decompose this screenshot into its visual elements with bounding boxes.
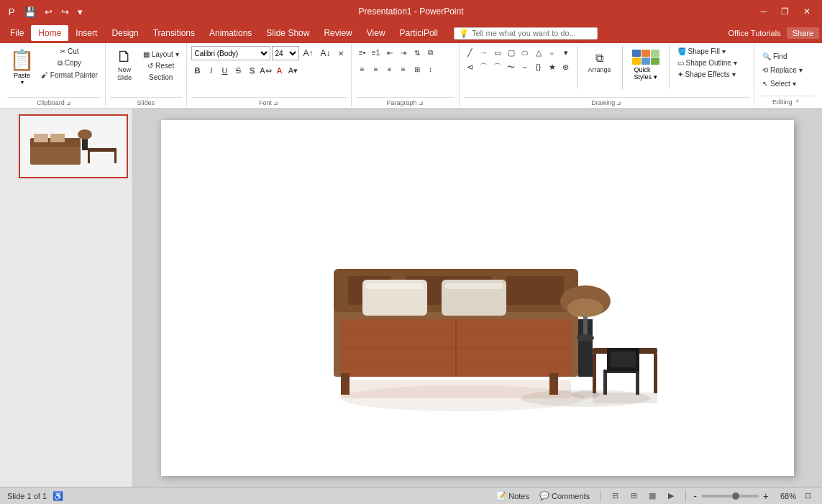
quick-styles-button[interactable]: QuickStyles ▾ xyxy=(627,46,665,84)
text-direction-button[interactable]: ⇅ xyxy=(411,46,424,59)
replace-button[interactable]: ⟲ Replace ▾ xyxy=(759,64,806,76)
select-dropdown[interactable]: ▾ xyxy=(793,80,796,88)
shape-arrow-button[interactable]: → xyxy=(478,46,490,59)
find-button[interactable]: 🔍 Find xyxy=(759,50,790,63)
redo-button[interactable]: ↪ xyxy=(58,5,72,19)
shape-oval-button[interactable]: ⬭ xyxy=(519,46,531,59)
shape-extra-button[interactable]: ⊛ xyxy=(560,60,572,73)
close-button[interactable]: ✕ xyxy=(798,5,816,18)
font-expand[interactable]: ⊿ xyxy=(273,100,278,106)
shape-brace-button[interactable]: {} xyxy=(532,60,545,73)
slide-sorter-button[interactable]: ⊞ xyxy=(626,490,641,503)
undo-button[interactable]: ↩ xyxy=(42,5,55,19)
copy-button[interactable]: ⧉ Copy xyxy=(38,58,101,69)
shape-effects-button[interactable]: ✦ Shape Effects ▾ xyxy=(674,69,741,80)
shape-outline-button[interactable]: ▭ Shape Outline ▾ xyxy=(674,58,741,68)
save-button[interactable]: 💾 xyxy=(22,5,39,19)
zoom-slider[interactable] xyxy=(701,495,759,498)
reset-button[interactable]: ↺ Reset xyxy=(140,60,182,71)
slide-canvas[interactable] xyxy=(161,120,794,476)
text-highlight-button[interactable]: A▾ xyxy=(287,64,300,77)
numbering-button[interactable]: ≡1 xyxy=(370,46,383,59)
shapes-dropdown[interactable]: ▾ xyxy=(560,46,572,59)
shape-rect-button[interactable]: ▭ xyxy=(491,46,504,59)
new-slide-button[interactable]: 🗋 NewSlide xyxy=(110,46,139,85)
shape-line-button[interactable]: ╱ xyxy=(464,46,477,59)
shape-round-rect-button[interactable]: ▢ xyxy=(505,46,518,59)
character-spacing-button[interactable]: A⇔ xyxy=(260,64,273,77)
slide-thumbnail-1[interactable] xyxy=(19,114,128,178)
arrange-button[interactable]: ⧉ Arrange xyxy=(582,49,618,76)
align-left-button[interactable]: ≡ xyxy=(356,63,369,75)
align-center-button[interactable]: ≡ xyxy=(370,63,383,75)
shape-freeform-button[interactable]: 〜 xyxy=(505,60,518,73)
shape-more-button[interactable]: ⬦ xyxy=(546,46,559,59)
menu-transitions[interactable]: Transitions xyxy=(146,25,202,41)
select-button[interactable]: ↖ Select ▾ xyxy=(759,78,800,90)
menu-home[interactable]: Home xyxy=(31,25,68,41)
fit-slide-button[interactable]: ⊡ xyxy=(800,490,815,503)
menu-design[interactable]: Design xyxy=(104,25,145,41)
font-increase-button[interactable]: A↑ xyxy=(301,47,316,60)
shape-callout-button[interactable]: ⌒ xyxy=(478,60,490,73)
font-decrease-button[interactable]: A↓ xyxy=(318,47,334,60)
underline-button[interactable]: U xyxy=(219,64,232,77)
clipboard-expand[interactable]: ⊿ xyxy=(66,100,71,106)
paragraph-expand[interactable]: ⊿ xyxy=(419,100,424,106)
cut-button[interactable]: ✂ Cut xyxy=(38,46,101,57)
justify-button[interactable]: ≡ xyxy=(397,63,410,75)
slide-show-button[interactable]: ▶ xyxy=(664,490,678,503)
menu-review[interactable]: Review xyxy=(316,25,359,41)
line-spacing-button[interactable]: ↕ xyxy=(424,63,437,75)
zoom-level[interactable]: 68% xyxy=(773,492,796,500)
section-button[interactable]: Section xyxy=(140,72,182,83)
zoom-plus[interactable]: + xyxy=(763,490,769,502)
clear-formatting-button[interactable]: ✕ xyxy=(335,48,347,59)
format-painter-button[interactable]: 🖌 Format Painter xyxy=(38,70,101,81)
strikethrough-button[interactable]: S xyxy=(232,64,245,77)
shape-fill-dropdown[interactable]: ▾ xyxy=(722,47,726,55)
share-button[interactable]: Share xyxy=(787,27,819,39)
zoom-minus[interactable]: - xyxy=(693,490,697,502)
office-tutorials-link[interactable]: Office Tutorials xyxy=(728,29,780,37)
shape-curve-button[interactable]: ⌒ xyxy=(491,60,504,73)
shape-fill-button[interactable]: 🪣 Shape Fill ▾ xyxy=(674,46,741,57)
bold-button[interactable]: B xyxy=(191,64,204,77)
drawing-expand[interactable]: ⊿ xyxy=(616,100,621,106)
menu-slideshow[interactable]: Slide Show xyxy=(259,25,316,41)
menu-view[interactable]: View xyxy=(360,25,393,41)
replace-dropdown[interactable]: ▾ xyxy=(799,66,803,74)
shape-effects-dropdown[interactable]: ▾ xyxy=(732,70,736,78)
tell-me-input[interactable] xyxy=(472,29,587,37)
reading-view-button[interactable]: ▦ xyxy=(645,490,659,503)
minimize-button[interactable]: ─ xyxy=(754,5,772,18)
comments-button[interactable]: 💬 Comments xyxy=(536,490,593,501)
indent-increase-button[interactable]: ⇥ xyxy=(397,46,410,59)
font-family-select[interactable]: Calibri (Body) xyxy=(191,46,270,60)
ribbon-collapse-button[interactable]: ^ xyxy=(794,98,801,106)
shape-chevron-button[interactable]: ⊲ xyxy=(464,60,477,73)
indent-decrease-button[interactable]: ⇤ xyxy=(383,46,396,59)
layout-button[interactable]: ▦ Layout ▾ xyxy=(140,49,182,60)
menu-animations[interactable]: Animations xyxy=(202,25,259,41)
menu-insert[interactable]: Insert xyxy=(68,25,104,41)
restore-button[interactable]: ❐ xyxy=(775,5,795,18)
italic-button[interactable]: I xyxy=(205,64,218,77)
menu-participoll[interactable]: ParticiPoll xyxy=(393,25,445,41)
shape-triangle-button[interactable]: △ xyxy=(532,46,545,59)
bullets-button[interactable]: ≡• xyxy=(356,46,369,59)
shape-star-button[interactable]: ★ xyxy=(546,60,559,73)
normal-view-button[interactable]: ⊟ xyxy=(608,490,622,503)
customize-qat-button[interactable]: ▾ xyxy=(75,5,86,19)
align-right-button[interactable]: ≡ xyxy=(383,63,396,75)
font-size-select[interactable]: 24 xyxy=(272,46,299,60)
font-color-button[interactable]: A xyxy=(273,64,286,77)
columns-button[interactable]: ⊞ xyxy=(411,63,424,75)
notes-button[interactable]: 📝 Notes xyxy=(493,490,532,501)
menu-file[interactable]: File xyxy=(3,25,31,41)
paste-button[interactable]: 📋 Paste ▾ xyxy=(7,46,37,88)
tell-me-bar[interactable]: 💡 xyxy=(454,27,598,40)
text-shadow-button[interactable]: S xyxy=(246,64,259,77)
paste-dropdown[interactable]: ▾ xyxy=(21,79,24,86)
shape-arc-button[interactable]: ⌢ xyxy=(519,60,531,73)
